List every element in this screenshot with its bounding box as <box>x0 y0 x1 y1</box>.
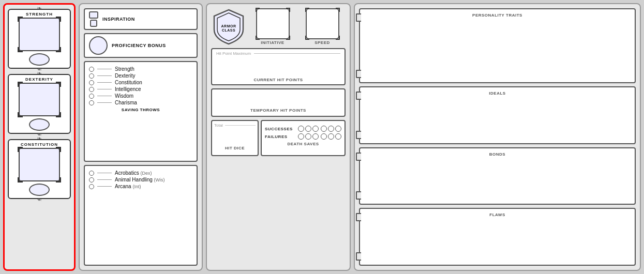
ideals-label: IDEALS <box>362 89 633 96</box>
save-line-4 <box>97 96 112 96</box>
ability-scores-panel: STRENGTH DEXTERITY CONSTI <box>3 3 76 271</box>
ideals-box[interactable]: IDEALS <box>359 86 636 144</box>
constitution-ability: CONSTITUTION <box>8 139 71 199</box>
saving-throw-row: Charisma <box>89 100 192 105</box>
temp-hp-label: TEMPORARY HIT POINTS <box>216 108 340 113</box>
skill-row: Arcana (Int) <box>89 184 192 189</box>
bonds-box[interactable]: BONDS <box>359 147 636 205</box>
success-circles-2 <box>321 126 341 132</box>
personality-box[interactable]: PERSONALITY TRAITS <box>359 8 636 83</box>
save-label-2: Constitution <box>115 80 142 85</box>
skill-circle-1[interactable] <box>89 177 94 182</box>
save-label-1: Dexterity <box>115 73 135 79</box>
flaws-box[interactable]: FLAWS <box>359 208 636 266</box>
saving-throw-row: Wisdom <box>89 93 192 99</box>
save-line-0 <box>97 69 112 69</box>
skill-row: Acrobatics (Dex) <box>89 170 192 176</box>
skill-line-1 <box>97 179 112 180</box>
success-circle-6[interactable] <box>335 126 341 132</box>
inspiration-label: INSPIRATION <box>102 17 135 22</box>
save-circle-3[interactable] <box>89 87 94 92</box>
constitution-modifier[interactable] <box>29 184 50 196</box>
flaws-label: FLAWS <box>362 211 633 217</box>
stats-panel: INSPIRATION PROFICIENCY BONUS Strength D… <box>79 3 203 271</box>
skills-section: Acrobatics (Dex) Animal Handling (Wis) A… <box>84 165 198 266</box>
skill-label-0: Acrobatics (Dex) <box>115 170 152 176</box>
success-circles <box>298 126 319 132</box>
skill-row: Animal Handling (Wis) <box>89 177 192 182</box>
death-saves-title: DEATH SAVES <box>265 142 341 146</box>
saving-throws-section: Strength Dexterity Constitution Intellig… <box>84 61 198 162</box>
save-label-4: Wisdom <box>115 93 133 99</box>
failures-row: FAILURES <box>265 133 341 140</box>
hit-dice-box[interactable]: Total HIT DICE <box>211 120 259 156</box>
failure-circles-2 <box>321 133 341 140</box>
failures-label: FAILURES <box>265 134 296 139</box>
proficiency-bonus-label: PROFICIENCY BONUS <box>112 43 166 48</box>
inspiration-box: INSPIRATION <box>84 8 198 30</box>
failure-circle-5[interactable] <box>328 133 334 140</box>
success-circle-3[interactable] <box>312 126 319 132</box>
hp-max-row: Hit Point Maximum <box>216 51 340 56</box>
skill-circle-0[interactable] <box>89 171 94 176</box>
proficiency-bonus-circle[interactable] <box>89 36 108 55</box>
save-circle-1[interactable] <box>89 73 94 79</box>
failure-circle-3[interactable] <box>312 133 319 140</box>
initiative-label: INITIATIVE <box>261 40 284 45</box>
failure-circle-6[interactable] <box>335 133 341 140</box>
success-circle-1[interactable] <box>298 126 304 132</box>
failure-circle-2[interactable] <box>305 133 311 140</box>
armor-class-inner[interactable]: ARMOR CLASS <box>221 24 236 32</box>
combat-panel: ARMOR CLASS INITIATIVE SPEED <box>206 3 351 271</box>
skills-list: Acrobatics (Dex) Animal Handling (Wis) A… <box>89 170 192 189</box>
dexterity-modifier[interactable] <box>29 118 50 131</box>
speed-label: SPEED <box>314 40 330 45</box>
initiative-widget: INITIATIVE <box>249 8 296 45</box>
failure-circle-1[interactable] <box>298 133 304 140</box>
armor-class-widget: ARMOR CLASS <box>211 9 246 45</box>
proficiency-bonus-box: PROFICIENCY BONUS <box>84 33 198 58</box>
save-line-5 <box>97 102 112 103</box>
inspiration-sub[interactable] <box>90 20 97 27</box>
saving-throw-row: Constitution <box>89 80 192 85</box>
strength-label: STRENGTH <box>26 12 53 17</box>
success-circle-4[interactable] <box>321 126 327 132</box>
constitution-label: CONSTITUTION <box>21 142 58 147</box>
skill-line-2 <box>97 186 112 187</box>
temp-hp-box[interactable]: TEMPORARY HIT POINTS <box>211 88 346 117</box>
successes-label: SUCCESSES <box>265 127 296 131</box>
skill-circle-2[interactable] <box>89 184 94 189</box>
saving-throw-row: Dexterity <box>89 73 192 79</box>
total-row: Total <box>214 123 256 128</box>
success-circle-5[interactable] <box>328 126 334 132</box>
current-hp-box[interactable]: Hit Point Maximum CURRENT HIT POINTS <box>211 48 346 85</box>
strength-ability: STRENGTH <box>8 9 71 69</box>
save-circle-5[interactable] <box>89 100 94 105</box>
save-line-3 <box>97 89 112 89</box>
personality-traits-label: PERSONALITY TRAITS <box>362 11 633 18</box>
successes-row: SUCCESSES <box>265 126 341 132</box>
total-label: Total <box>214 123 223 128</box>
success-circle-2[interactable] <box>305 126 311 132</box>
failure-circles <box>298 133 319 140</box>
current-hp-label: CURRENT HIT POINTS <box>216 78 340 82</box>
save-label-5: Charisma <box>115 100 137 105</box>
save-circle-2[interactable] <box>89 80 94 85</box>
hit-dice-label: HIT DICE <box>214 146 256 150</box>
save-label-0: Strength <box>115 66 134 72</box>
dexterity-label: DEXTERITY <box>25 77 53 82</box>
failure-circle-4[interactable] <box>321 133 327 140</box>
skill-label-1: Animal Handling (Wis) <box>115 177 165 182</box>
dexterity-ability: DEXTERITY <box>8 74 71 134</box>
skill-label-2: Arcana (Int) <box>115 184 141 189</box>
strength-modifier[interactable] <box>29 53 50 66</box>
saving-throws-title: SAVING THROWS <box>89 108 192 112</box>
save-circle-4[interactable] <box>89 94 94 99</box>
save-circle-0[interactable] <box>89 67 94 72</box>
saving-throw-row: Strength <box>89 66 192 72</box>
saving-throw-row: Intelligence <box>89 86 192 92</box>
hp-max-label: Hit Point Maximum <box>216 51 251 56</box>
inspiration-input[interactable] <box>89 11 98 19</box>
save-label-3: Intelligence <box>115 86 141 92</box>
traits-panel: PERSONALITY TRAITS IDEALS BONDS FLAWS <box>354 3 641 271</box>
